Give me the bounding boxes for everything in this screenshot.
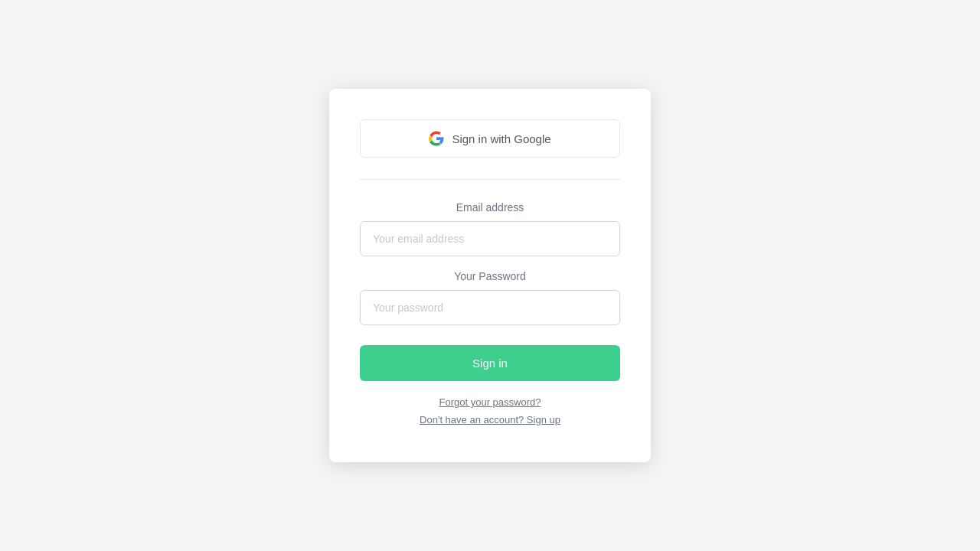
email-group: Email address	[360, 201, 620, 256]
password-label: Your Password	[360, 270, 620, 282]
signin-button-label: Sign in	[472, 357, 508, 370]
password-input[interactable]	[360, 290, 620, 325]
google-icon	[429, 131, 444, 146]
email-label: Email address	[360, 201, 620, 214]
email-input[interactable]	[360, 221, 620, 256]
google-signin-button[interactable]: Sign in with Google	[360, 119, 620, 158]
signin-button[interactable]: Sign in	[360, 345, 620, 381]
login-card: Sign in with Google Email address Your P…	[329, 89, 651, 462]
links-section: Forgot your password? Don't have an acco…	[360, 396, 620, 425]
signup-link[interactable]: Don't have an account? Sign up	[420, 414, 560, 425]
password-group: Your Password	[360, 270, 620, 325]
divider	[360, 179, 620, 180]
forgot-password-link[interactable]: Forgot your password?	[439, 396, 541, 408]
google-button-label: Sign in with Google	[452, 132, 550, 145]
